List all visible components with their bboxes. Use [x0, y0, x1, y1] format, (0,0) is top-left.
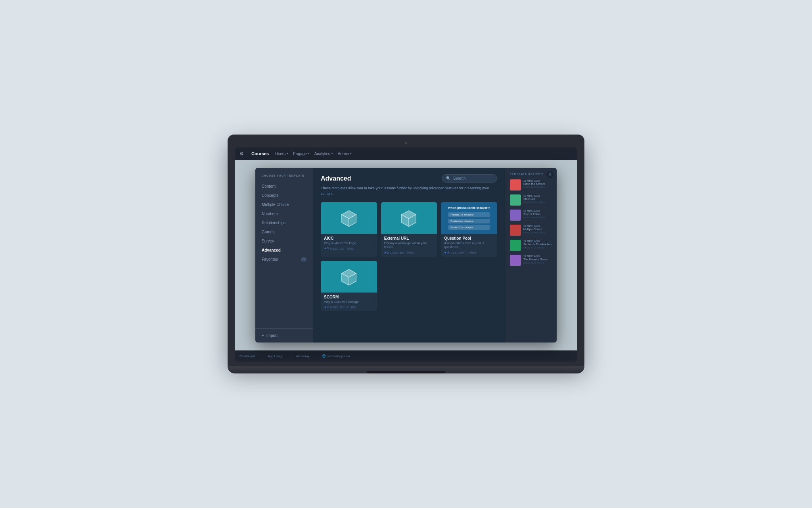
star-count-external-url: ★ 2	[384, 251, 389, 254]
activity-info-5: 17 MINS AGO The Elevator Game USED 2130 …	[523, 255, 552, 264]
bottom-item-academy: Academy	[296, 354, 309, 358]
star-count-scorm: ★ 2	[324, 306, 329, 309]
bottom-item-dashboard: Dashboard	[239, 354, 255, 358]
import-button[interactable]: + Import	[255, 328, 313, 343]
activity-info-2: 12 MINS AGO True or False USED 19691 TIM…	[523, 210, 552, 219]
globe-icon: 🌐	[322, 354, 326, 358]
template-card-external-url[interactable]: External URL Display a webpage within yo…	[381, 202, 437, 257]
sidebar-item-favorites[interactable]: Favorites 0	[255, 255, 313, 264]
nav-item-admin[interactable]: Admin ▾	[338, 152, 352, 156]
activity-info-0: 12 MINS AGO Circle the Answer USED 21868…	[523, 179, 552, 189]
activity-name-1: Strike-out	[523, 198, 552, 201]
used-count-question-pool: USED 2847 TIMES	[450, 251, 476, 254]
cube-svg-2	[399, 208, 419, 228]
gear-icon[interactable]: ⚙	[239, 151, 245, 156]
qp-title: Which product is the cheapest?	[448, 206, 490, 209]
bottom-link[interactable]: 🌐 web.edapp.com	[322, 354, 350, 358]
app-container: ⚙ Courses Users ▾ Engage ▾ Analytics	[235, 147, 577, 362]
laptop-bezel: ⚙ Courses Users ▾ Engage ▾ Analytics	[228, 135, 584, 366]
activity-item-1: 12 MINS AGO Strike-out USED 27950 TIMES	[510, 194, 552, 206]
search-placeholder: Search	[453, 176, 466, 181]
activity-time-5: 17 MINS AGO	[523, 255, 552, 258]
used-count-external-url: USED 385 TIMES	[391, 251, 414, 254]
sidebar-item-concepts[interactable]: Concepts	[255, 191, 313, 200]
activity-name-2: True or False	[523, 213, 552, 216]
template-desc-aicc: Play an AICC Package	[324, 241, 374, 245]
chevron-down-icon: ▾	[350, 152, 352, 155]
nav-items: Users ▾ Engage ▾ Analytics ▾ Admin	[275, 152, 352, 156]
activity-time-4: 14 MINS AGO	[523, 240, 552, 242]
sidebar-item-multiple-choice[interactable]: Multiple Choice	[255, 200, 313, 209]
template-desc-question-pool: Ask questions from a pool of questions	[444, 241, 494, 250]
activity-used-2: USED 19691 TIMES	[523, 216, 552, 219]
template-modal: ✕ CHOOSE YOUR TEMPLATE Content Concepts …	[255, 168, 557, 343]
nav-item-users[interactable]: Users ▾	[275, 152, 288, 156]
bottom-item-app-usage: App Usage	[268, 354, 283, 358]
activity-time-0: 12 MINS AGO	[523, 179, 552, 182]
activity-name-3: Multiple Choice	[523, 228, 552, 231]
activity-used-5: USED 2130 TIMES	[523, 262, 552, 264]
sidebar-item-content[interactable]: Content	[255, 182, 313, 191]
star-count-question-pool: ★ 5	[444, 251, 449, 254]
sidebar-item-games[interactable]: Games	[255, 227, 313, 237]
laptop-base	[228, 366, 584, 373]
cube-svg-3	[339, 267, 359, 287]
activity-time-3: 14 MINS AGO	[523, 225, 552, 227]
activity-item-5: 17 MINS AGO The Elevator Game USED 2130 …	[510, 255, 552, 266]
nav-item-engage[interactable]: Engage ▾	[293, 152, 309, 156]
template-meta-scorm: ★ 2 USED 3251 TIMES	[324, 306, 374, 309]
template-meta-question-pool: ★ 5 USED 2847 TIMES	[444, 251, 494, 254]
template-card-aicc[interactable]: AICC Play an AICC Package ★ 3 USED 130 T…	[321, 202, 377, 257]
favorites-badge: 0	[301, 257, 306, 262]
laptop-container: ⚙ Courses Users ▾ Engage ▾ Analytics	[228, 135, 584, 373]
template-name-external-url: External URL	[384, 236, 434, 241]
chevron-down-icon: ▾	[331, 152, 333, 155]
nav-brand: Courses	[251, 151, 269, 156]
cube-svg	[339, 208, 359, 228]
used-count-scorm: USED 3251 TIMES	[330, 306, 356, 309]
close-button[interactable]: ✕	[546, 171, 553, 178]
activity-used-1: USED 27950 TIMES	[523, 201, 552, 204]
used-count-aicc: USED 130 TIMES	[330, 247, 354, 250]
qp-preview: Which product is the cheapest? Product 1…	[445, 203, 493, 233]
laptop-screen: ⚙ Courses Users ▾ Engage ▾ Analytics	[235, 147, 577, 362]
activity-info-4: 14 MINS AGO Sentence Construction USED 4…	[523, 240, 552, 249]
template-thumb-external-url	[381, 202, 437, 234]
activity-item-4: 14 MINS AGO Sentence Construction USED 4…	[510, 240, 552, 251]
activity-thumb-5	[510, 255, 521, 266]
activity-item-3: 14 MINS AGO Multiple Choice USED 32381 T…	[510, 225, 552, 236]
main-area: ✕ CHOOSE YOUR TEMPLATE Content Concepts …	[235, 160, 577, 350]
activity-info-3: 14 MINS AGO Multiple Choice USED 32381 T…	[523, 225, 552, 234]
qp-card-2: Product A is cheapest	[448, 219, 490, 223]
activity-panel: TEMPLATE ACTIVITY 12 MINS AGO Circle the…	[505, 168, 557, 343]
activity-thumb-1	[510, 194, 521, 206]
template-desc-external-url: Display a webpage within your lesson	[384, 241, 434, 250]
sidebar-item-advanced[interactable]: Advanced	[255, 246, 313, 255]
templates-grid: AICC Play an AICC Package ★ 3 USED 130 T…	[321, 202, 497, 311]
sidebar-item-numbers[interactable]: Numbers	[255, 209, 313, 218]
laptop-camera	[405, 142, 407, 144]
sidebar-item-survey[interactable]: Survey	[255, 237, 313, 246]
activity-time-1: 12 MINS AGO	[523, 194, 552, 197]
template-card-question-pool[interactable]: Which product is the cheapest? Product 1…	[441, 202, 497, 257]
qp-card-1: Product 1 is cheapest	[448, 212, 490, 217]
template-desc-scorm: Play a SCORM Package	[324, 300, 374, 304]
chevron-down-icon: ▾	[308, 152, 310, 155]
template-card-scorm[interactable]: SCORM Play a SCORM Package ★ 2 USED 3251…	[321, 261, 377, 311]
activity-name-5: The Elevator Game	[523, 258, 552, 261]
top-nav: ⚙ Courses Users ▾ Engage ▾ Analytics	[235, 147, 577, 160]
sidebar-heading: CHOOSE YOUR TEMPLATE	[255, 174, 313, 182]
activity-item-0: 12 MINS AGO Circle the Answer USED 21868…	[510, 179, 552, 190]
template-name-aicc: AICC	[324, 236, 374, 241]
sidebar-item-relationships[interactable]: Relationships	[255, 218, 313, 227]
search-box[interactable]: 🔍 Search	[442, 174, 497, 183]
activity-time-2: 12 MINS AGO	[523, 210, 552, 212]
star-count-aicc: ★ 3	[324, 247, 329, 250]
nav-item-analytics[interactable]: Analytics ▾	[314, 152, 333, 156]
activity-used-0: USED 21868 TIMES	[523, 186, 552, 189]
template-thumb-question-pool: Which product is the cheapest? Product 1…	[441, 202, 497, 234]
template-info-question-pool: Question Pool Ask questions from a pool …	[441, 234, 497, 257]
template-name-scorm: SCORM	[324, 295, 374, 299]
activity-thumb-3	[510, 225, 521, 236]
template-thumb-aicc	[321, 202, 377, 234]
